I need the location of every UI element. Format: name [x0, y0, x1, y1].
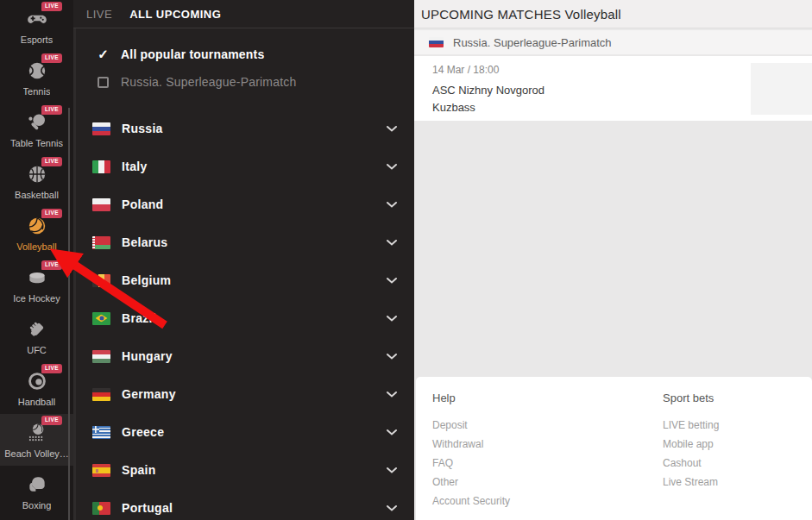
sidebar-item-handball[interactable]: LIVE Handball — [0, 362, 73, 414]
upcoming-matches-panel: UPCOMING MATCHES Volleyball Russia. Supe… — [414, 0, 812, 520]
match-card[interactable]: 14 Mar / 18:00 ASC Nizhny Novgorod Kuzba… — [414, 56, 812, 121]
chevron-down-icon — [386, 163, 398, 171]
tennis-ball-icon: LIVE — [24, 60, 50, 83]
country-row-italy[interactable]: Italy — [73, 147, 414, 185]
sidebar-item-basketball[interactable]: LIVE Basketball — [0, 155, 73, 207]
filter-label: Russia. Superleague-Parimatch — [121, 75, 296, 89]
country-name: Portugal — [122, 501, 375, 515]
sidebar-item-ufc[interactable]: UFC — [0, 310, 73, 362]
boxing-glove-icon — [24, 473, 50, 497]
midpanel-scrollbar[interactable] — [73, 28, 76, 520]
country-row-portugal[interactable]: Portugal — [73, 489, 414, 520]
footer-column-help: Help Deposit Withdrawal FAQ Other Accoun… — [432, 392, 510, 514]
sidebar-scrollbar[interactable] — [68, 108, 70, 520]
footer-link-account-security[interactable]: Account Security — [432, 495, 510, 507]
tournament-header-russia-superleague[interactable]: Russia. Superleague-Parimatch — [414, 30, 812, 54]
chevron-down-icon — [386, 467, 398, 474]
country-name: Spain — [122, 463, 375, 477]
filter-all-popular-tournaments[interactable]: ✓ All popular tournaments — [73, 41, 414, 68]
sidebar-item-volleyball[interactable]: LIVE Volleyball — [0, 207, 73, 259]
page-title: UPCOMING MATCHES Volleyball — [414, 0, 812, 28]
flag-italy-icon — [92, 160, 110, 173]
chevron-down-icon — [386, 391, 398, 398]
esports-gamepad-icon: LIVE — [24, 8, 50, 31]
country-name: Poland — [122, 197, 375, 211]
country-name: Italy — [122, 160, 375, 173]
footer-heading: Help — [432, 392, 510, 404]
country-row-greece[interactable]: Greece — [73, 413, 414, 451]
beach-volleyball-icon: LIVE — [24, 422, 50, 445]
sidebar-item-table-tennis[interactable]: LIVE Table Tennis — [0, 103, 73, 155]
sidebar-item-label: Volleyball — [16, 241, 56, 252]
chevron-down-icon — [386, 125, 398, 133]
flag-greece-icon — [92, 426, 110, 439]
checkbox-empty-icon — [98, 77, 109, 88]
chevron-down-icon — [386, 315, 398, 323]
flag-belarus-icon — [92, 236, 110, 249]
hockey-puck-icon: LIVE — [24, 266, 50, 290]
tab-all-upcoming[interactable]: ALL UPCOMING — [129, 8, 221, 21]
sidebar-item-boxing[interactable]: Boxing — [0, 466, 73, 517]
filter-russia-superleague[interactable]: Russia. Superleague-Parimatch — [73, 68, 414, 96]
flag-poland-icon — [92, 198, 110, 211]
country-row-germany[interactable]: Germany — [73, 375, 414, 413]
country-name: Brazil — [122, 311, 375, 325]
country-row-belgium[interactable]: Belgium — [73, 261, 414, 299]
sidebar-item-label: UFC — [27, 345, 47, 355]
chevron-down-icon — [386, 277, 398, 285]
chevron-down-icon — [386, 239, 398, 247]
live-badge: LIVE — [41, 2, 61, 12]
footer-heading: Sport bets — [663, 392, 719, 404]
live-badge: LIVE — [41, 364, 61, 374]
checkmark-icon: ✓ — [97, 47, 110, 62]
flag-russia-icon — [92, 122, 110, 135]
chevron-down-icon — [386, 353, 398, 360]
footer-link-other[interactable]: Other — [432, 476, 510, 488]
sidebar-item-label: Table Tennis — [10, 138, 63, 148]
sidebar-item-beach-volley[interactable]: LIVE Beach Volley… — [0, 414, 73, 466]
flag-portugal-icon — [92, 502, 110, 515]
footer-link-mobile-app[interactable]: Mobile app — [663, 438, 719, 450]
footer-link-cashout[interactable]: Cashout — [663, 457, 719, 469]
country-row-brazil[interactable]: Brazil — [73, 299, 414, 337]
country-name: Belgium — [122, 273, 375, 287]
country-name: Belarus — [122, 235, 375, 249]
flag-brazil-icon — [92, 312, 110, 325]
sidebar-item-tennis[interactable]: LIVE Tennis — [0, 52, 73, 103]
sidebar-item-label: Ice Hockey — [13, 293, 60, 304]
tab-live[interactable]: LIVE — [86, 8, 112, 21]
country-row-poland[interactable]: Poland — [73, 185, 414, 223]
country-row-spain[interactable]: Spain — [73, 451, 414, 489]
chevron-down-icon — [386, 429, 398, 436]
footer-link-faq[interactable]: FAQ — [432, 457, 510, 469]
flag-germany-icon — [92, 388, 110, 401]
footer-link-live-stream[interactable]: Live Stream — [663, 476, 719, 488]
country-name: Hungary — [122, 349, 375, 363]
country-list: Russia Italy Poland Belarus Belgium — [73, 110, 414, 520]
chevron-down-icon — [386, 201, 398, 209]
volleyball-icon: LIVE — [24, 215, 50, 238]
country-row-belarus[interactable]: Belarus — [73, 223, 414, 261]
live-badge: LIVE — [41, 209, 61, 219]
basketball-icon: LIVE — [24, 163, 50, 186]
sports-sidebar: LIVE Esports LIVE Tennis LIVE Table Tenn… — [0, 0, 73, 520]
country-row-russia[interactable]: Russia — [73, 110, 414, 147]
live-badge: LIVE — [41, 416, 61, 426]
footer-link-deposit[interactable]: Deposit — [432, 419, 510, 431]
live-badge: LIVE — [41, 105, 61, 116]
live-badge: LIVE — [41, 260, 61, 271]
country-row-hungary[interactable]: Hungary — [73, 337, 414, 375]
footer-link-live-betting[interactable]: LIVE betting — [663, 419, 719, 431]
country-name: Greece — [122, 425, 375, 439]
sidebar-item-esports[interactable]: LIVE Esports — [0, 0, 73, 52]
ufc-fist-icon — [24, 318, 50, 341]
sidebar-item-label: Basketball — [15, 190, 59, 200]
match-view-tabs: LIVE ALL UPCOMING — [73, 0, 414, 28]
sidebar-item-label: Tennis — [23, 86, 51, 97]
chevron-down-icon — [386, 504, 398, 512]
live-badge: LIVE — [41, 157, 61, 167]
sidebar-item-ice-hockey[interactable]: LIVE Ice Hockey — [0, 259, 73, 310]
country-name: Germany — [122, 387, 375, 401]
country-name: Russia — [122, 122, 375, 135]
footer-link-withdrawal[interactable]: Withdrawal — [432, 438, 510, 450]
